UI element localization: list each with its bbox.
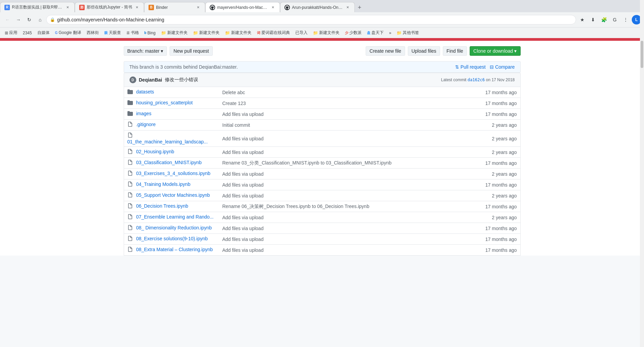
file-name-link[interactable]: 04_Training Models.ipynb (136, 181, 190, 187)
file-time-cell: 2 years ago (469, 169, 520, 179)
file-name-link[interactable]: 08_Exercise solutions(9-10).ipynb (136, 236, 208, 241)
file-timestamp: 2 years ago (492, 136, 517, 141)
file-name-link[interactable]: housing_prices_scatterplot (136, 100, 193, 105)
branch-selector[interactable]: Branch: master ▾ (124, 46, 167, 56)
file-name-link[interactable]: 07_Ensemble Learning and Rando... (136, 214, 213, 220)
file-name-link[interactable]: .gitignore (136, 122, 156, 127)
bookmark-more[interactable]: » (387, 30, 394, 36)
file-icon (127, 215, 133, 221)
find-file-button[interactable]: Find file (443, 46, 467, 56)
file-icon (127, 134, 133, 139)
extensions-button[interactable]: 🧩 (599, 15, 609, 24)
file-name-link[interactable]: 03_Exercises_3_4_soilutions.ipynb (136, 171, 210, 176)
file-icon-cell: images (124, 109, 219, 120)
bookmark-star-button[interactable]: ★ (577, 15, 587, 24)
file-time-cell: 17 months ago (469, 109, 520, 120)
tab-label-4: mayerven/Hands-on-Machine... (217, 5, 268, 10)
bookmark-folder-1[interactable]: 📁 新建文件夹 (159, 29, 190, 36)
reload-button[interactable]: ↻ (24, 15, 34, 24)
file-name-link[interactable]: images (136, 111, 151, 116)
file-commit-msg-cell: Add files via upload (219, 109, 469, 120)
table-row: images Add files via upload 17 months ag… (124, 109, 520, 120)
bookmark-bing[interactable]: b Bing (142, 30, 158, 36)
scrollbar[interactable] (640, 0, 644, 256)
file-name-link[interactable]: 02_Housing.ipynb (136, 149, 174, 154)
bookmark-tianyancha[interactable]: 眼 天眼查 (102, 29, 123, 36)
tab-github-mayerven[interactable]: mayerven/Hands-on-Machine... ✕ (205, 2, 280, 12)
file-name-link[interactable]: datasets (136, 89, 154, 94)
bookmark-shuge[interactable]: 書 书格 (124, 29, 141, 36)
file-name-link[interactable]: 08_Extra Material – Clustering.ipynb (136, 247, 213, 252)
upload-files-button[interactable]: Upload files (408, 46, 440, 56)
bookmark-google-translate[interactable]: G Google 翻译 (53, 29, 83, 36)
tab-favicon-5 (284, 5, 290, 10)
tab-close-5[interactable]: ✕ (345, 5, 350, 10)
address-bar[interactable]: 🔒 github.com/mayerven/Hands-on-Machine-L… (46, 15, 576, 24)
tab-close-1[interactable]: ✕ (65, 5, 70, 10)
file-commit-message: Add files via upload (222, 215, 263, 220)
file-name-link[interactable]: 03_Classification_MNIST.ipynb (136, 160, 202, 165)
bookmark-2345[interactable]: 2345 (21, 30, 34, 36)
pull-request-link[interactable]: ⇅ Pull request (455, 64, 486, 70)
file-name-link[interactable]: 05_Support Vector Machines.ipynb (136, 192, 210, 198)
pull-request-label: Pull request (460, 64, 486, 70)
file-icon-cell: 06_Decision Trees.ipynb (124, 201, 219, 212)
commit-hash-link[interactable]: da162c6 (468, 77, 485, 82)
menu-button[interactable]: ⋮ (621, 15, 630, 24)
bookmark-shaosupai[interactable]: 少 少数派 (343, 29, 364, 36)
download-button[interactable]: ⬇ (588, 15, 598, 24)
new-pull-request-label: New pull request (173, 48, 209, 54)
tab-binder[interactable]: B Binder ✕ (144, 2, 205, 12)
author-name-link[interactable]: DeqianBai (139, 77, 162, 83)
table-row: 08_Extra Material – Clustering.ipynb Add… (124, 245, 520, 256)
clone-or-download-button[interactable]: Clone or download ▾ (470, 46, 521, 56)
bookmark-label-folder-4: 新建文件夹 (319, 30, 340, 36)
home-button[interactable]: ⌂ (35, 15, 45, 24)
bookmark-imported[interactable]: 已导入 (293, 29, 310, 36)
create-new-file-button[interactable]: Create new file (366, 46, 405, 56)
folder-icon-4: 📁 (313, 31, 318, 35)
tab-r-language[interactable]: R R语言数据实战 | 获取R帮助文档 ✕ (0, 2, 75, 12)
commit-author: D DeqianBai 修改一些小错误 (129, 76, 198, 83)
new-pull-request-button[interactable]: New pull request (170, 46, 212, 56)
folder-icon (127, 90, 133, 96)
bookmark-media[interactable]: 自媒体 (35, 29, 52, 36)
file-name-link[interactable]: 08_ Dimensionality Reduction.ipynb (136, 225, 212, 230)
file-commit-message: Rename 06_决策树_Decision Trees.ipynb to 06… (222, 204, 369, 209)
file-name-link[interactable]: 01_the_machine_learning_landscap... (127, 139, 208, 144)
file-commit-msg-cell: Add files via upload (219, 131, 469, 147)
file-time-cell: 17 months ago (469, 98, 520, 109)
translate-button[interactable]: G (610, 15, 620, 24)
file-name-link[interactable]: 06_Decision Trees.ipynb (136, 203, 188, 209)
file-timestamp: 17 months ago (485, 101, 517, 106)
bookmark-pantianxia[interactable]: 盘 盘天下 (365, 29, 386, 36)
pull-request-icon: ⇅ (455, 64, 459, 70)
bookmark-xilin[interactable]: 西林街 (85, 29, 101, 36)
file-time-cell: 17 months ago (469, 158, 520, 169)
tab-close-4[interactable]: ✕ (270, 5, 276, 10)
folder-icon (127, 112, 133, 117)
compare-link[interactable]: ⊟ Compare (490, 64, 515, 70)
file-time-cell: 17 months ago (469, 87, 520, 98)
bookmark-folder-2[interactable]: 📁 新建文件夹 (191, 29, 222, 36)
scrollbar-thumb[interactable] (641, 41, 643, 68)
tab-close-2[interactable]: ✕ (134, 5, 140, 10)
file-timestamp: 2 years ago (492, 193, 517, 198)
bookmark-label-tianyancha: 天眼查 (109, 30, 121, 36)
bookmark-other[interactable]: 📁 其他书签 (395, 29, 421, 36)
tab-jupyter[interactable]: 那 那些在线的Jupyter - 简书 ✕ (75, 2, 144, 12)
file-icon (127, 150, 133, 155)
file-icon-cell: 02_Housing.ipynb (124, 147, 219, 158)
bookmark-folder-4[interactable]: 📁 新建文件夹 (311, 29, 342, 36)
back-button[interactable]: ← (3, 15, 12, 24)
tab-github-arun[interactable]: Arun-purakkatt/Hands-On-M... ✕ (280, 2, 355, 12)
table-row: 08_ Dimensionality Reduction.ipynb Add f… (124, 223, 520, 234)
bookmark-label-shuge: 书格 (131, 30, 139, 36)
file-timestamp: 17 months ago (485, 111, 517, 117)
new-tab-button[interactable]: + (355, 3, 364, 12)
bookmark-iciba[interactable]: 词 爱词霸在线词典 (255, 29, 292, 36)
tab-close-3[interactable]: ✕ (195, 5, 201, 10)
forward-button[interactable]: → (14, 15, 23, 24)
bookmark-folder-3[interactable]: 📁 新建文件夹 (223, 29, 254, 36)
bookmark-apps[interactable]: ⊞ 应用 (3, 29, 19, 36)
